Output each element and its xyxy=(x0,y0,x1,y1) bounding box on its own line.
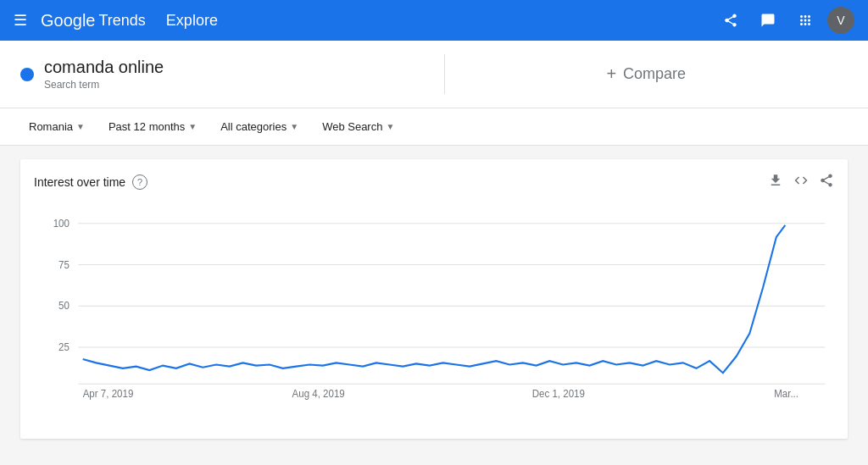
search-area: comanda online Search term + Compare xyxy=(0,41,868,108)
feedback-button[interactable] xyxy=(753,5,783,36)
main-content: Interest over time ? 100 xyxy=(0,146,868,452)
explore-label: Explore xyxy=(166,12,218,30)
search-term-box: comanda online Search term xyxy=(20,54,445,94)
search-subtext: Search term xyxy=(44,79,164,91)
search-term: comanda online xyxy=(44,58,164,77)
compare-box[interactable]: + Compare xyxy=(445,54,849,94)
chart-container: 100 75 50 25 Apr 7, 2019 Aug 4, 2019 Dec… xyxy=(34,205,834,425)
chart-header: Interest over time ? xyxy=(34,173,834,191)
header-actions: V xyxy=(715,5,854,36)
svg-text:Aug 4, 2019: Aug 4, 2019 xyxy=(292,388,345,399)
time-range-label: Past 12 months xyxy=(108,120,185,133)
svg-text:75: 75 xyxy=(58,259,70,270)
category-chevron: ▼ xyxy=(290,122,298,131)
compare-plus-icon: + xyxy=(606,64,616,84)
country-chevron: ▼ xyxy=(76,122,85,131)
category-label: All categories xyxy=(220,120,287,133)
download-icon[interactable] xyxy=(768,173,783,191)
embed-icon[interactable] xyxy=(793,173,809,191)
menu-icon[interactable]: ☰ xyxy=(14,11,27,30)
share-button[interactable] xyxy=(715,5,746,36)
time-range-filter[interactable]: Past 12 months ▼ xyxy=(100,115,205,138)
chart-actions xyxy=(768,173,834,191)
time-range-chevron: ▼ xyxy=(188,122,197,131)
trends-wordmark: Trends xyxy=(99,12,146,30)
search-type-chevron: ▼ xyxy=(386,122,394,131)
search-dot xyxy=(20,68,34,81)
chart-card: Interest over time ? 100 xyxy=(20,159,848,439)
search-term-text: comanda online Search term xyxy=(44,58,164,91)
category-filter[interactable]: All categories ▼ xyxy=(212,115,307,138)
search-type-label: Web Search xyxy=(322,120,382,133)
svg-text:50: 50 xyxy=(58,300,70,311)
chart-title: Interest over time xyxy=(34,175,125,189)
country-filter[interactable]: Romania ▼ xyxy=(20,115,93,138)
share-chart-icon[interactable] xyxy=(819,173,834,191)
svg-text:Apr 7, 2019: Apr 7, 2019 xyxy=(83,388,134,399)
svg-text:Dec 1, 2019: Dec 1, 2019 xyxy=(532,388,585,399)
google-wordmark: Google xyxy=(41,11,96,30)
avatar[interactable]: V xyxy=(827,7,854,34)
app-header: ☰ Google Trends Explore V xyxy=(0,0,868,41)
chart-title-area: Interest over time ? xyxy=(34,174,147,190)
svg-text:25: 25 xyxy=(58,341,70,352)
compare-label: Compare xyxy=(623,65,686,83)
filters-bar: Romania ▼ Past 12 months ▼ All categorie… xyxy=(0,108,868,146)
apps-button[interactable] xyxy=(790,5,821,36)
help-icon[interactable]: ? xyxy=(132,174,147,190)
country-label: Romania xyxy=(29,120,73,133)
line-chart: 100 75 50 25 Apr 7, 2019 Aug 4, 2019 Dec… xyxy=(34,205,834,425)
search-type-filter[interactable]: Web Search ▼ xyxy=(314,115,403,138)
logo: Google Trends xyxy=(41,11,146,30)
svg-text:100: 100 xyxy=(53,218,70,229)
svg-text:Mar...: Mar... xyxy=(774,388,798,399)
